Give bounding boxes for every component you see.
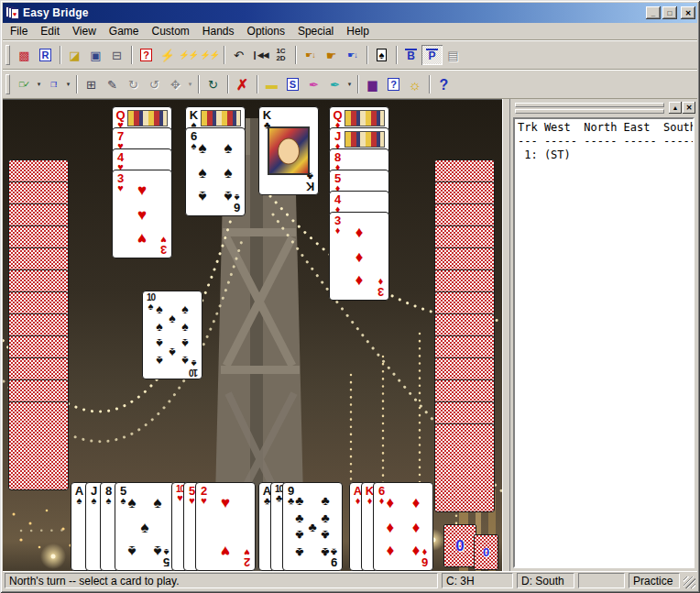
face-art <box>345 110 385 126</box>
play-mode-button[interactable]: P <box>421 45 443 65</box>
help-button[interactable]: ? <box>433 74 454 94</box>
card-2-hearts[interactable]: 2♥♥♥2♥ <box>195 482 256 571</box>
menu-item-view[interactable]: View <box>66 24 103 38</box>
panel-splitter[interactable] <box>502 99 510 571</box>
easy-bridge-window: ♥ Easy Bridge _ □ ✕ FileEditViewGameCust… <box>0 0 700 593</box>
maximize-button[interactable]: □ <box>662 6 677 19</box>
deal-button[interactable]: ▩ <box>14 45 35 65</box>
play-record-list[interactable]: Trk West North East South --- ----- ----… <box>513 117 695 568</box>
letter-b-icon: B <box>405 49 417 62</box>
pins-button[interactable]: ✒ <box>324 74 345 94</box>
panel-close-button[interactable]: ✕ <box>683 102 695 114</box>
toolbar-separator <box>60 46 60 64</box>
menu-item-game[interactable]: Game <box>103 24 146 38</box>
auto-play-toggle-dropdown[interactable]: ▾ <box>64 81 72 88</box>
hand-play-icon: ☛↓ <box>305 49 315 61</box>
card-5-spades[interactable]: 5♠♠♠♠♠♠5♠ <box>115 482 175 571</box>
comment-button[interactable]: ▬ <box>261 74 282 94</box>
card-corner: 6♦ <box>419 547 431 568</box>
card-corner: K♣ <box>304 171 316 192</box>
toolbar-separator <box>224 46 224 64</box>
printer-icon: ⊟ <box>112 49 122 61</box>
auto-bid-toggle[interactable]: □✓ <box>14 74 35 94</box>
panel-gripper[interactable] <box>515 103 664 115</box>
diamond-pip-icon: ♦ <box>355 248 364 264</box>
heart-pip-icon: ♥ <box>137 181 147 197</box>
card-9-clubs[interactable]: 9♣♣♣♣♣♣♣♣♣♣9♣ <box>282 482 343 571</box>
bidding-mode-button[interactable]: B <box>400 45 421 65</box>
card-K-clubs[interactable]: K♣K♣ <box>258 106 319 195</box>
east-card-back[interactable] <box>434 423 495 512</box>
bid-button[interactable]: ? <box>136 45 157 65</box>
spade-pip-icon: ♠ <box>198 139 206 155</box>
auto-bid-once-button[interactable]: ⚡ <box>157 45 178 65</box>
status-message: North's turn -- select a card to play. <box>5 573 438 588</box>
card-3-hearts[interactable]: 3♥♥♥♥3♥ <box>112 170 172 258</box>
club-pip-icon: ♣ <box>295 494 303 507</box>
redeal-button[interactable]: R <box>35 45 56 65</box>
status-mode: Practice <box>629 573 680 588</box>
open-button[interactable]: ◪ <box>64 45 85 65</box>
help-doc-button[interactable]: ? <box>383 74 404 94</box>
toolbar-secondary: □✓▾□!▾⊞✎↻↺✥▾↻✗▬S✒✒▾▆?☼? <box>3 70 697 99</box>
toolbar-main: ▩R◪▣⊟?⚡⚡⚡⚡⚡↶❙◀◀1C 2D☛↓☛☛↓♠BP▤ <box>3 40 697 70</box>
pin-button[interactable]: ✒ <box>303 74 324 94</box>
card-10-spades[interactable]: 10♠♠♠♠♠♠♠♠♠♠♠10♠ <box>142 291 202 379</box>
menu-item-hands[interactable]: Hands <box>196 24 241 38</box>
rules-book-button[interactable]: ▆ <box>362 74 383 94</box>
edit-layout-button[interactable]: ✎ <box>102 74 123 94</box>
auto-play-all-button[interactable]: ⚡⚡ <box>199 45 220 65</box>
auto-bid-all-button[interactable]: ⚡⚡ <box>178 45 199 65</box>
card-corner: 8♠ <box>103 485 115 506</box>
undo-button[interactable]: ↶ <box>228 45 249 65</box>
card-3-diamonds[interactable]: 3♦♦♦♦3♦ <box>329 212 389 301</box>
toolbar-gripper[interactable] <box>5 45 10 65</box>
layout-button[interactable]: ⊞ <box>81 74 102 94</box>
heart-pip-icon: ♥ <box>137 206 147 222</box>
bid-history-button[interactable]: 1C 2D <box>270 45 291 65</box>
play-card-button[interactable]: ☛↓ <box>300 45 321 65</box>
rotate-cw-button: ↻ <box>123 74 144 94</box>
pins-button-dropdown[interactable]: ▾ <box>345 81 354 88</box>
score-button: ▤ <box>443 45 464 65</box>
deal-cards-icon: ▩ <box>18 49 29 61</box>
print-button[interactable]: ⊟ <box>106 45 127 65</box>
refresh-button[interactable]: ↻ <box>202 74 224 94</box>
restart-button[interactable]: ❙◀◀ <box>249 45 270 65</box>
menu-item-help[interactable]: Help <box>340 24 376 38</box>
menu-item-custom[interactable]: Custom <box>146 24 196 38</box>
tip-button[interactable]: ☼ <box>404 74 425 94</box>
clear-button[interactable]: ✗ <box>232 74 253 94</box>
score-sheet-button[interactable]: S <box>282 74 303 94</box>
west-card-back[interactable] <box>8 401 69 490</box>
auto-play-toggle[interactable]: □! <box>43 74 64 94</box>
hand-card-icon: ☛ <box>326 49 337 61</box>
club-suit-icon: ♣ <box>304 171 316 181</box>
diamond-suit-icon: ♦ <box>332 225 344 236</box>
menu-item-edit[interactable]: Edit <box>34 24 66 38</box>
spade-pip-icon: ♠ <box>181 320 188 333</box>
resize-grip[interactable] <box>684 577 695 588</box>
claim-button[interactable]: ☛ <box>321 45 342 65</box>
minimize-button[interactable]: _ <box>646 6 661 19</box>
panel-expand-button[interactable]: ▲ <box>669 102 682 114</box>
toolbar-gripper[interactable] <box>5 74 10 94</box>
layout-edit-icon: ✎ <box>107 79 117 91</box>
auto-bid-toggle-dropdown[interactable]: ▾ <box>35 81 43 88</box>
auto-play-button[interactable]: ☛↓ <box>342 45 363 65</box>
menu-item-options[interactable]: Options <box>241 24 291 38</box>
spade-suit-icon: ♠ <box>88 496 100 506</box>
close-button[interactable]: ✕ <box>681 6 695 19</box>
menu-item-special[interactable]: Special <box>291 24 340 38</box>
status-bar: North's turn -- select a card to play. C… <box>3 571 697 590</box>
main-area: Q♥7♥4♥3♥♥♥♥3♥K♠6♠♠♠♠♠♠♠6♠K♣K♣Q♦J♦8♦5♦4♦3… <box>3 99 697 571</box>
card-6-spades[interactable]: 6♠♠♠♠♠♠♠6♠ <box>185 127 246 216</box>
show-cards-button[interactable]: ♠ <box>371 45 392 65</box>
spade-pip-icon: ♠ <box>127 544 136 559</box>
menu-item-file[interactable]: File <box>4 24 34 38</box>
card-corner: 6♠ <box>231 192 243 214</box>
card-6-diamonds[interactable]: 6♦♦♦♦♦♦♦6♦ <box>373 482 433 571</box>
card-corner: 2♥ <box>198 485 210 506</box>
save-button[interactable]: ▣ <box>85 45 106 65</box>
club-pip-icon: ♣ <box>295 511 303 524</box>
